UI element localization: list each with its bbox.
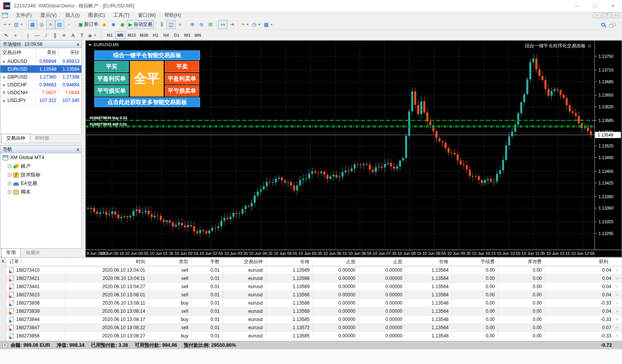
market-watch-header[interactable]: 市场报价: 13:09:56 x: [0, 40, 82, 48]
chart-shift-button[interactable]: ⇥: [227, 20, 236, 29]
tab-symbols[interactable]: 交易品种: [1, 134, 30, 143]
timeframe-d1-button[interactable]: D1: [171, 31, 182, 39]
tile-windows-button[interactable]: ⊞: [206, 20, 215, 29]
strategy-tester-toggle[interactable]: ◔: [64, 20, 73, 29]
close-order-icon[interactable]: ×: [616, 301, 618, 305]
market-watch-row-usdchf[interactable]: ▲USDCHF0.946630.94684: [0, 81, 81, 89]
expand-icon[interactable]: +: [8, 182, 11, 185]
chart-window[interactable]: 9 Jun 202010 Jun 00:1010 Jun 00:5510 Jun…: [85, 40, 622, 257]
order-row-168273410[interactable]: 1682734102020.06.10 13:04:01sell0.01euru…: [6, 266, 622, 274]
close-order-icon[interactable]: ×: [616, 334, 618, 338]
order-row-168273421[interactable]: 1682734212020.06.10 13:04:11sell0.01euru…: [6, 274, 622, 283]
column-bid[interactable]: 卖价: [36, 48, 59, 57]
zoom-in-button[interactable]: ⊕: [188, 20, 197, 29]
menu-w[interactable]: 窗口(W): [134, 12, 160, 19]
chart-line-button[interactable]: ≈: [175, 20, 184, 29]
order-row-168273856[interactable]: 1682738562020.06.10 13:08:27buy0.01eurus…: [6, 332, 622, 340]
cursor-tool[interactable]: ↖: [2, 31, 11, 40]
tab-common[interactable]: 常用: [1, 248, 21, 257]
shapes-tool[interactable]: ◈▼: [87, 31, 98, 40]
autotrading-button[interactable]: ▶自动交易: [127, 20, 154, 29]
chart-candles-button[interactable]: ◫: [166, 20, 175, 29]
tab-favorites[interactable]: 收藏夹: [21, 248, 45, 257]
market-watch-close-icon[interactable]: x: [77, 42, 79, 47]
column-header-4[interactable]: 交易品种: [223, 258, 266, 266]
label-tool[interactable]: T: [78, 31, 87, 40]
column-header-10[interactable]: 库存费: [498, 258, 545, 266]
mdi-minimize-button[interactable]: —: [593, 13, 601, 18]
navigator-root[interactable]: XM Global MT4: [0, 153, 81, 162]
market-watch-row-eurusd[interactable]: ▲EURUSD1.135481.13564: [0, 65, 81, 73]
column-header-7[interactable]: 止盈: [359, 258, 406, 266]
column-header-9[interactable]: 手续费: [452, 258, 498, 266]
expand-icon[interactable]: +: [8, 173, 11, 177]
mdi-close-button[interactable]: ×: [612, 13, 620, 18]
close-order-icon[interactable]: ×: [616, 309, 618, 314]
order-row-168273836[interactable]: 1682738362020.06.10 13:08:11buy0.01eurus…: [6, 299, 622, 307]
market-watch-row-audusd[interactable]: ▲AUDUSD0.698940.69913: [0, 57, 81, 65]
expand-icon[interactable]: +: [8, 190, 11, 194]
vline-tool[interactable]: |: [23, 31, 32, 40]
navigator-item-experts[interactable]: +EA交易: [0, 179, 81, 188]
navigator-item-indicators[interactable]: +ƒ技术指标: [0, 170, 81, 179]
crosshair-tool[interactable]: +: [11, 31, 20, 40]
timeframe-m5-button[interactable]: M5: [115, 31, 126, 39]
dropdown-arrow-icon[interactable]: ▼: [270, 23, 273, 26]
close-order-icon[interactable]: ×: [616, 292, 618, 297]
dropdown-arrow-icon[interactable]: ▼: [8, 23, 11, 26]
close-order-icon[interactable]: ×: [616, 325, 618, 330]
navigator-item-accounts[interactable]: +账户: [0, 162, 81, 170]
close-order-icon[interactable]: ×: [616, 276, 618, 281]
menu-v[interactable]: 显示(V): [36, 12, 61, 19]
news-button[interactable]: ◉: [118, 20, 127, 29]
metaeditor-button[interactable]: ◆: [100, 20, 109, 29]
menu-c[interactable]: 图表(C): [84, 12, 109, 19]
menu-f[interactable]: 文件(F): [11, 12, 36, 19]
community-chat-icon[interactable]: [611, 23, 616, 26]
data-window-toggle[interactable]: ◎: [37, 20, 46, 29]
market-watch-row-usdcnh[interactable]: ▼USDCNH7.06077.0644: [0, 89, 81, 97]
column-header-5[interactable]: 价格: [266, 258, 313, 266]
timeframe-m30-button[interactable]: M30: [138, 31, 150, 39]
new-chart-button[interactable]: +▼: [2, 20, 13, 29]
close-order-icon[interactable]: ×: [616, 284, 618, 289]
community-button[interactable]: ☻: [109, 20, 118, 29]
ea-panel-footer-link[interactable]: 点击此处获取更多智能交易面板: [94, 97, 200, 107]
trendline-tool[interactable]: /: [41, 31, 50, 40]
timeframe-mn-button[interactable]: MN: [193, 31, 203, 39]
close-loss-sell-button[interactable]: 平亏损卖单: [165, 85, 199, 97]
indicators-button[interactable]: +▼: [240, 20, 251, 29]
timeframe-m15-button[interactable]: M15: [126, 31, 138, 39]
maximize-button[interactable]: □: [586, 0, 604, 12]
mdi-restore-button[interactable]: ❐: [602, 13, 611, 18]
column-header-11[interactable]: 获利: [545, 258, 622, 266]
column-header-6[interactable]: 止损: [313, 258, 359, 266]
column-header-3[interactable]: 手数: [192, 258, 223, 266]
close-order-icon[interactable]: ×: [616, 268, 618, 273]
dropdown-arrow-icon[interactable]: ▼: [20, 23, 23, 26]
navigator-item-scripts[interactable]: +脚本: [0, 188, 81, 196]
account-summary-icon[interactable]: ▼: [2, 343, 7, 348]
column-ask[interactable]: 买价: [59, 48, 81, 57]
column-header-2[interactable]: 类型: [149, 258, 192, 266]
close-sell-button[interactable]: 平卖: [165, 61, 199, 72]
close-order-icon[interactable]: ×: [616, 317, 618, 322]
templates-button[interactable]: ▩▼: [262, 20, 274, 29]
profiles-button[interactable]: ▥▼: [13, 20, 25, 29]
terminal-toggle[interactable]: ▤: [55, 20, 64, 29]
periods-button[interactable]: ◷▼: [251, 20, 262, 29]
market-watch-toggle[interactable]: ▦: [28, 20, 37, 29]
menu-i[interactable]: 插入(I): [61, 12, 84, 19]
minimize-button[interactable]: ─: [568, 0, 586, 12]
dropdown-arrow-icon[interactable]: ▼: [246, 23, 249, 26]
expand-icon[interactable]: +: [8, 165, 11, 168]
close-buy-button[interactable]: 平买: [94, 61, 129, 72]
timeframe-h4-button[interactable]: H4: [161, 31, 171, 39]
close-all-button[interactable]: 全平: [130, 61, 164, 97]
dropdown-arrow-icon[interactable]: ▼: [258, 23, 261, 26]
tab-tick-chart[interactable]: 即时图: [30, 134, 54, 143]
order-row-168273839[interactable]: 1682738392020.06.10 13:08:14sell0.01euru…: [6, 307, 622, 316]
order-row-168273441[interactable]: 1682734412020.06.10 13:04:27sell0.01euru…: [6, 283, 622, 291]
order-row-168273847[interactable]: 1682738472020.06.10 13:08:22sell0.01euru…: [6, 324, 622, 332]
new-order-button[interactable]: ▣新订单: [77, 20, 100, 29]
